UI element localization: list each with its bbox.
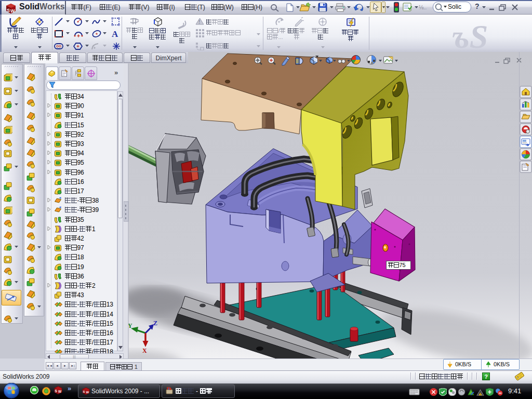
svg-text:Z: Z <box>153 320 157 327</box>
svg-text:A: A <box>112 29 118 39</box>
svg-text:S: S <box>55 389 58 393</box>
svg-text:S: S <box>7 8 10 13</box>
svg-text:S: S <box>83 390 85 393</box>
svg-text:ъS: ъS <box>452 18 488 53</box>
svg-text:W: W <box>58 390 62 393</box>
svg-text:W: W <box>86 391 89 394</box>
svg-text:!: ! <box>198 19 200 25</box>
svg-text:X: X <box>142 347 147 354</box>
svg-text:W: W <box>10 8 15 14</box>
